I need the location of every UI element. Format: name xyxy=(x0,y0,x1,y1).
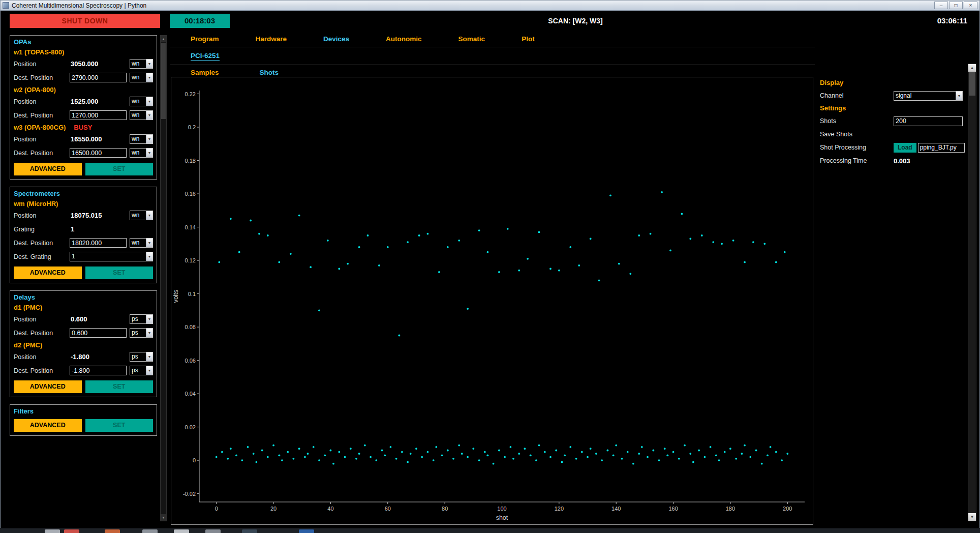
taskbar-app-icon[interactable] xyxy=(142,529,158,533)
position-row: Position 18075.015 wn ▼ xyxy=(14,209,153,222)
units-combo[interactable]: wn ▼ xyxy=(130,97,153,106)
tab-somatic[interactable]: Somatic xyxy=(458,35,485,43)
svg-text:0.08: 0.08 xyxy=(185,324,196,330)
svg-text:shot: shot xyxy=(496,514,508,521)
units-combo[interactable]: wn ▼ xyxy=(130,59,153,69)
units-value: wn xyxy=(130,149,146,157)
units-value: ps xyxy=(130,366,146,375)
save-shots-label: Save Shots xyxy=(820,131,894,138)
scrollbar-thumb[interactable] xyxy=(161,43,166,119)
load-button[interactable]: Load xyxy=(894,143,916,153)
dest-position-label: Dest. Position xyxy=(14,240,67,247)
maximize-button[interactable]: □ xyxy=(949,2,963,9)
taskbar-app-icon[interactable] xyxy=(45,529,60,533)
display-header: Display xyxy=(820,77,964,89)
svg-text:0.22: 0.22 xyxy=(185,91,196,97)
dest-position-row: Dest. Position wn ▼ xyxy=(14,146,153,160)
hardware-name: w3 (OPA-800CG) xyxy=(14,124,66,131)
display-settings-panel: Display Channel signal ▼ Settings Shots … xyxy=(820,77,964,167)
taskbar-app-icon[interactable] xyxy=(299,529,314,533)
scroll-up-icon[interactable]: ▲ xyxy=(161,36,166,42)
chevron-down-icon: ▼ xyxy=(146,149,152,157)
taskbar-app-icon[interactable] xyxy=(174,529,189,533)
scrollbar-thumb[interactable] xyxy=(969,72,975,96)
units-combo[interactable]: ps ▼ xyxy=(130,366,153,375)
titlebar[interactable]: Coherent Multidimensional Spectroscopy |… xyxy=(1,1,979,11)
units-combo[interactable]: wn ▼ xyxy=(130,110,153,120)
units-value: ps xyxy=(130,315,146,323)
hardware-d2: d2 (PMC) xyxy=(14,340,153,350)
hardware-w1: w1 (TOPAS-800) xyxy=(14,47,153,57)
units-combo[interactable]: ps ▼ xyxy=(130,352,153,362)
spectrometers-section: Spectrometers wm (MicroHR) Position 1807… xyxy=(10,187,157,283)
set-button[interactable]: SET xyxy=(85,380,154,393)
advanced-button[interactable]: ADVANCED xyxy=(14,266,82,279)
units-value: wn xyxy=(130,97,146,106)
scroll-down-icon[interactable]: ▼ xyxy=(968,513,976,521)
units-combo[interactable]: wn ▼ xyxy=(130,238,153,248)
units-combo[interactable]: wn ▼ xyxy=(130,134,153,144)
shots-plot-canvas: -0.0200.020.040.060.080.10.120.140.160.1… xyxy=(171,77,813,524)
tab-samples[interactable]: Samples xyxy=(191,69,219,76)
units-combo[interactable]: wn ▼ xyxy=(130,73,153,82)
shots-label: Shots xyxy=(820,117,894,125)
tab-pci-6251[interactable]: PCI-6251 xyxy=(191,52,220,61)
units-combo[interactable]: ps ▼ xyxy=(130,314,153,324)
advanced-button[interactable]: ADVANCED xyxy=(14,380,82,393)
divider xyxy=(170,47,815,47)
shutdown-button[interactable]: SHUT DOWN xyxy=(10,14,160,28)
processing-time-value: 0.003 xyxy=(894,157,910,165)
set-button[interactable]: SET xyxy=(85,266,154,279)
scroll-down-icon[interactable]: ▼ xyxy=(161,514,166,521)
scroll-up-icon[interactable]: ▲ xyxy=(968,64,976,72)
taskbar xyxy=(0,528,980,533)
units-combo[interactable]: wn ▼ xyxy=(130,211,153,220)
tab-shots[interactable]: Shots xyxy=(260,69,279,76)
scan-timer: 00:18:03 xyxy=(170,14,230,28)
dest-position-input[interactable] xyxy=(70,110,127,120)
position-value: 0.600 xyxy=(70,315,127,323)
main-scrollbar[interactable]: ▲ ▼ xyxy=(968,64,976,521)
main-nav: Program Hardware Devices Autonomic Somat… xyxy=(170,35,815,76)
tab-plot[interactable]: Plot xyxy=(522,35,535,43)
svg-text:120: 120 xyxy=(555,506,564,512)
dest-position-input[interactable] xyxy=(70,328,127,338)
svg-text:0.02: 0.02 xyxy=(185,424,196,430)
dest-position-input[interactable] xyxy=(70,238,127,248)
tab-hardware[interactable]: Hardware xyxy=(256,35,287,43)
taskbar-app-icon[interactable] xyxy=(205,529,221,533)
advanced-button[interactable]: ADVANCED xyxy=(14,419,82,432)
svg-text:0.16: 0.16 xyxy=(185,191,196,197)
shots-input[interactable] xyxy=(894,116,963,126)
advanced-button[interactable]: ADVANCED xyxy=(14,163,82,175)
grating-row: Grating 1 xyxy=(14,222,153,236)
dest-position-input[interactable] xyxy=(70,148,127,158)
tab-program[interactable]: Program xyxy=(191,35,219,43)
close-button[interactable]: × xyxy=(964,2,977,9)
svg-text:140: 140 xyxy=(611,506,621,512)
section-title-delays: Delays xyxy=(14,292,153,302)
dest-position-input[interactable] xyxy=(70,366,127,375)
dest-grating-combo[interactable]: 1 ▼ xyxy=(70,252,153,261)
chevron-down-icon: ▼ xyxy=(146,60,152,68)
units-combo[interactable]: ps ▼ xyxy=(130,328,153,338)
position-row: Position 3050.000 wn ▼ xyxy=(14,57,153,71)
sidebar-scrollbar[interactable]: ▲ ▼ xyxy=(160,35,167,521)
chevron-down-icon: ▼ xyxy=(146,329,152,337)
shots-plot[interactable]: -0.0200.020.040.060.080.10.120.140.160.1… xyxy=(171,77,813,525)
dest-position-input[interactable] xyxy=(70,73,127,82)
set-button[interactable]: SET xyxy=(85,419,154,432)
taskbar-app-icon[interactable] xyxy=(64,529,79,533)
taskbar-app-icon[interactable] xyxy=(105,529,120,533)
channel-select[interactable]: signal ▼ xyxy=(894,91,963,101)
set-button[interactable]: SET xyxy=(85,163,154,175)
svg-text:volts: volts xyxy=(172,290,179,303)
tab-devices[interactable]: Devices xyxy=(323,35,349,43)
chevron-down-icon: ▼ xyxy=(146,239,152,247)
minimize-button[interactable]: – xyxy=(934,2,948,9)
tab-autonomic[interactable]: Autonomic xyxy=(386,35,422,43)
taskbar-app-icon[interactable] xyxy=(242,529,257,533)
position-row: Position 0.600 ps ▼ xyxy=(14,312,153,326)
processing-file-input[interactable] xyxy=(918,143,965,153)
units-combo[interactable]: wn ▼ xyxy=(130,148,153,158)
